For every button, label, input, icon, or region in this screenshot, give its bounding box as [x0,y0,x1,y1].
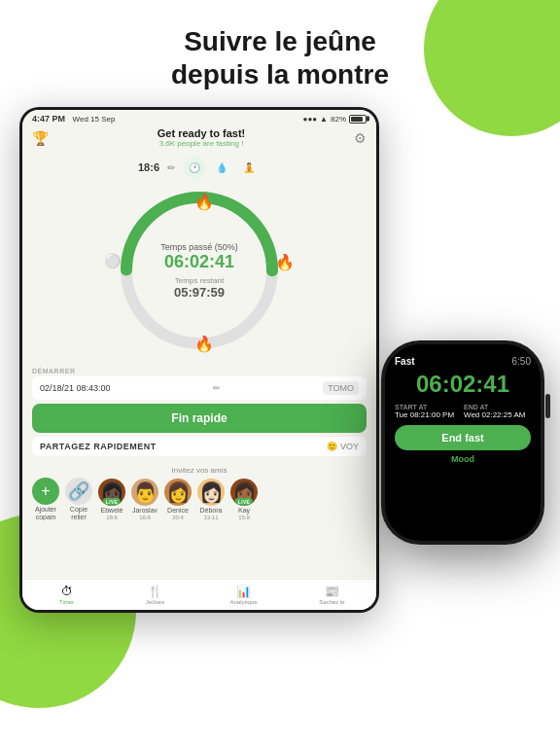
ring-deco-right: 🔥 [275,253,295,271]
link-friend-item[interactable]: 🔗 Copie relier [65,478,92,520]
edit-icon[interactable]: ✏ [167,162,175,173]
progress-label: Temps passé (50%) [160,242,238,252]
friend-denice-name: Denice [167,507,189,514]
ring-deco-left: ⚪ [104,253,121,268]
header-line1: Suivre le jeûne [184,26,376,56]
watch-end-value: Wed 02:22:25 AM [464,410,531,419]
top-bar-subtitle: 3.6K people are fasting ! [158,139,245,148]
analytique-tab-icon: 📊 [236,585,251,598]
remaining-time: 05:97:59 [160,285,238,300]
ring-deco-bottom: 🔥 [194,335,214,353]
friend-ebwele-avatar: 👩🏿 LIVE [98,479,125,506]
friend-jaroslav-score: 16:8 [139,515,151,520]
wifi-icon: ▲ [320,115,328,124]
friend-ebwele[interactable]: 👩🏿 LIVE Ebwelé 18:6 [98,479,125,520]
mode-icons: 🕐 💧 🧘 [183,156,261,179]
share-label: PARTAGEZ RAPIDEMENT [40,442,157,451]
timer-tab-label: Timer [59,599,74,605]
mode-selector: 18:6 ✏ 🕐 💧 🧘 [22,152,376,183]
date-value: 02/18/21 08:43:00 [40,383,111,393]
header-line2: depuis la montre [171,59,389,89]
tab-sachez[interactable]: 📰 Sachez le [288,585,376,605]
friend-denice-score: 20:4 [172,515,184,520]
analytique-tab-label: Analytique [229,599,257,605]
link-friend-name: Copie [70,506,88,513]
add-friend-avatar[interactable]: + [32,478,59,505]
tab-bar: ⏱ Timer 🍴 Jeûnes 📊 Analytique 📰 Sachez l… [22,579,376,610]
tablet-device: 4:47 PM Wed 15 Sep ●●● ▲ 82% 🏆 Get ready… [19,107,379,613]
jeunes-tab-label: Jeûnes [146,599,164,605]
watch-header: Fast 6:50 [395,356,531,367]
progress-time: 06:02:41 [160,252,238,272]
link-friend-name2: relier [71,514,87,520]
friend-denice-avatar: 👩 [164,479,192,506]
jeunes-tab-icon: 🍴 [148,585,162,598]
add-friend-name: Ajouter [35,506,56,513]
battery-label: 82% [331,115,346,124]
watch-end-label: END AT [464,404,531,410]
share-voyez: 🙂 VOY [327,442,359,451]
friend-debora[interactable]: 👩🏻 Débora 13:11 [197,479,225,520]
watch-device: Fast 6:50 06:02:41 START AT Tue 08:21:00… [381,340,544,545]
ring-container: 🔥 ⚪ 🔥 🔥 Temps passé (50%) 06:02:41 Temps… [112,183,287,358]
section-label: DÉMARRER [32,368,367,374]
sachez-tab-icon: 📰 [325,585,339,598]
watch-start-at: START AT Tue 08:21:00 PM [395,404,462,419]
friend-denice[interactable]: 👩 Denice 20:4 [164,479,192,520]
friend-jaroslav-avatar: 👨 [131,479,158,506]
watch-timer: 06:02:41 [395,371,531,398]
watch-screen: Fast 6:50 06:02:41 START AT Tue 08:21:00… [385,344,541,541]
end-fast-button[interactable]: End fast [395,425,531,450]
tablet-top-bar: 🏆 Get ready to fast! 3.6K people are fas… [22,125,376,152]
friends-row: + Ajouter copain 🔗 Copie relier 👩🏿 LIVE [32,478,367,520]
top-bar-title: Get ready to fast! [158,127,245,139]
watch-mood[interactable]: Mood [395,454,531,464]
header-section: Suivre le jeûne depuis la montre [0,10,560,90]
friend-debora-score: 13:11 [203,515,218,520]
status-time: 4:47 PM Wed 15 Sep [32,114,115,124]
date-edit-icon[interactable]: ✏ [213,383,221,393]
status-icons: ●●● ▲ 82% [303,115,367,124]
live-badge-kay: LIVE [235,498,253,506]
watch-end-at: END AT Wed 02:22:25 AM [464,404,531,419]
friend-jaroslav-name: Jaroslav [132,507,158,514]
mode-label: 18:6 [138,161,159,173]
yoga-icon-btn[interactable]: 🧘 [237,156,261,179]
friends-section: Invitez vos amis + Ajouter copain 🔗 Copi… [22,464,376,522]
add-friend-item[interactable]: + Ajouter copain [32,478,59,520]
watch-time: 6:50 [512,356,531,367]
add-friend-name2: copain [36,514,56,520]
friend-debora-avatar: 👩🏻 [197,479,225,506]
water-icon-btn[interactable]: 💧 [210,156,233,179]
settings-icon[interactable]: ⚙ [354,130,367,146]
status-bar: 4:47 PM Wed 15 Sep ●●● ▲ 82% [22,110,376,125]
tab-jeunes[interactable]: 🍴 Jeûnes [111,585,199,605]
friend-ebwele-score: 18:6 [106,515,118,520]
watch-grid: START AT Tue 08:21:00 PM END AT Wed 02:2… [395,404,531,419]
tablet-bottom: DÉMARRER 02/18/21 08:43:00 ✏ TOMO Fin ra… [22,362,376,464]
trophy-icon: 🏆 [32,130,49,146]
remaining-label: Temps restant [160,276,238,285]
friend-jaroslav[interactable]: 👨 Jaroslav 16:8 [131,479,158,520]
tab-analytique[interactable]: 📊 Analytique [199,585,288,605]
friend-kay[interactable]: 👩🏾 LIVE Kay 15:9 [230,479,258,520]
tab-timer[interactable]: ⏱ Timer [22,585,111,605]
friend-kay-score: 15:9 [238,515,250,520]
tablet-screen: 4:47 PM Wed 15 Sep ●●● ▲ 82% 🏆 Get ready… [22,110,376,610]
signal-icon: ●●● [303,115,318,124]
friend-kay-avatar: 👩🏾 LIVE [230,479,258,506]
timer-icon-btn[interactable]: 🕐 [183,156,206,179]
link-friend-avatar[interactable]: 🔗 [65,478,92,505]
fin-rapide-button[interactable]: Fin rapide [32,404,367,433]
watch-start-label: START AT [395,404,462,410]
friend-kay-name: Kay [238,507,250,514]
friend-debora-name: Débora [200,507,223,514]
header-title: Suivre le jeûne depuis la montre [19,25,541,90]
top-bar-center: Get ready to fast! 3.6K people are fasti… [158,127,245,148]
watch-start-value: Tue 08:21:00 PM [395,410,462,419]
battery-icon [349,115,367,124]
ring-deco-top: 🔥 [194,193,214,211]
ring-center-text: Temps passé (50%) 06:02:41 Temps restant… [160,242,238,300]
live-badge-ebwele: LIVE [103,498,121,506]
date-row: 02/18/21 08:43:00 ✏ TOMO [32,376,367,400]
